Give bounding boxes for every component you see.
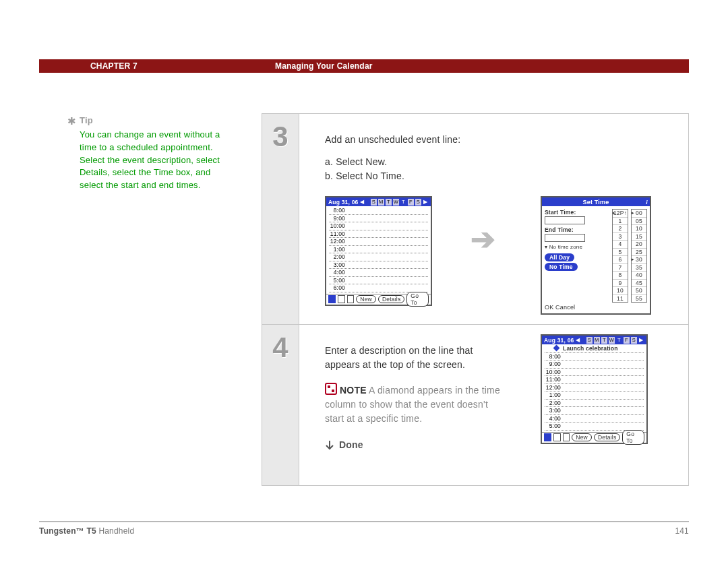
chapter-title: Managing Your Calendar [275, 61, 373, 71]
nav-left-icon: ◀ [574, 337, 581, 343]
end-time-field[interactable] [545, 234, 585, 242]
all-day-button[interactable]: All Day [545, 253, 574, 261]
palm-time-slots: 8:009:0010:0011:0012:001:002:003:004:005… [326, 206, 431, 294]
step-3-body: Add an unscheduled event line: a. Select… [299, 114, 688, 324]
nav-right-icon: ▶ [638, 337, 644, 343]
step-3: 3 Add an unscheduled event line: a. Sele… [262, 113, 689, 325]
step-4-note: NOTE A diamond appears in the time colum… [325, 383, 500, 426]
palm-date: Aug 31, 06 [328, 199, 359, 206]
arrow-right-icon: ➔ [471, 222, 495, 256]
palm-title-bar: Aug 31, 06 ◀ SMTWTFS ▶ [326, 197, 431, 206]
palm-date: Aug 31, 06 [544, 337, 574, 344]
timezone-picker[interactable]: No time zone [545, 244, 609, 250]
note-icon [325, 383, 337, 395]
product-name: Tungsten™ T5 Handheld [39, 526, 134, 536]
palm-dow-strip: SMTWTFS [586, 336, 638, 344]
step-4: 4 Enter a description on the line that a… [262, 325, 689, 486]
end-time-label: End Time: [545, 226, 609, 233]
view-day-icon [328, 295, 336, 303]
event-text: Launch celebration [563, 345, 618, 352]
view-month-icon [563, 433, 570, 441]
note-label: NOTE [340, 385, 367, 396]
nav-right-icon: ▶ [422, 199, 429, 205]
step-4-desc: Enter a description on the line that app… [325, 344, 493, 372]
start-time-label: Start Time: [545, 209, 609, 216]
palm-dow-strip: SMTWTFS [370, 198, 422, 206]
step-3-intro: Add an unscheduled event line: [325, 133, 677, 147]
view-week-icon [553, 433, 561, 441]
page-number: 141 [675, 526, 689, 536]
palm-footer: New Details Go To [326, 294, 431, 305]
set-time-dialog: Set Time i Start Time: End Time: No time… [541, 196, 651, 315]
chapter-header-bar: CHAPTER 7 Managing Your Calendar [39, 59, 689, 73]
palm-new-button[interactable]: New [572, 433, 592, 441]
view-day-icon [544, 433, 551, 441]
tip-block: ✱ Tip You can change an event without a … [80, 115, 236, 192]
set-time-titlebar: Set Time i [542, 197, 650, 206]
page-footer: Tungsten™ T5 Handheld 141 [39, 521, 689, 536]
tip-body-text: You can change an event without a time t… [80, 129, 236, 192]
unscheduled-event-row: Launch celebration [545, 345, 644, 353]
minute-column[interactable]: 000510152025303540455055 [631, 209, 647, 303]
step-4-body: Enter a description on the line that app… [299, 325, 688, 485]
cancel-button[interactable]: Cancel [555, 304, 575, 311]
view-week-icon [338, 295, 345, 303]
done-arrow-icon [325, 440, 335, 452]
chapter-label: CHAPTER 7 [90, 61, 138, 71]
set-time-title: Set Time [583, 199, 609, 206]
tip-heading: Tip [80, 115, 93, 125]
step-3-a: a. Select New. [325, 155, 677, 169]
ok-button[interactable]: OK [545, 304, 553, 311]
palm-title-bar: Aug 31, 06 ◀ SMTWTFS ▶ [542, 336, 646, 344]
palm-calendar-screenshot-1: Aug 31, 06 ◀ SMTWTFS ▶ 8:009:0010:0011:0… [325, 196, 432, 306]
palm-time-slots: Launch celebration 8:009:0010:0011:0012:… [542, 344, 646, 432]
tip-star-icon: ✱ [67, 114, 76, 129]
start-time-field[interactable] [545, 216, 585, 224]
hour-column[interactable]: 12P↑1234567891011 [612, 209, 628, 303]
no-time-button[interactable]: No Time [545, 263, 578, 271]
view-month-icon [347, 295, 355, 303]
palm-footer: New Details Go To [542, 432, 646, 443]
palm-details-button[interactable]: Details [378, 295, 404, 303]
done-label: Done [339, 439, 363, 450]
palm-calendar-screenshot-2: Aug 31, 06 ◀ SMTWTFS ▶ Launch celebratio… [541, 334, 648, 444]
palm-goto-button[interactable]: Go To [406, 292, 429, 307]
diamond-icon [553, 345, 560, 352]
steps-container: 3 Add an unscheduled event line: a. Sele… [262, 113, 689, 486]
palm-new-button[interactable]: New [356, 295, 376, 303]
step-number: 4 [262, 325, 299, 485]
palm-details-button[interactable]: Details [594, 433, 620, 441]
step-number: 3 [262, 114, 299, 324]
info-icon: i [646, 199, 648, 206]
palm-goto-button[interactable]: Go To [622, 430, 644, 445]
step-3-b: b. Select No Time. [325, 169, 677, 183]
nav-left-icon: ◀ [359, 199, 365, 205]
